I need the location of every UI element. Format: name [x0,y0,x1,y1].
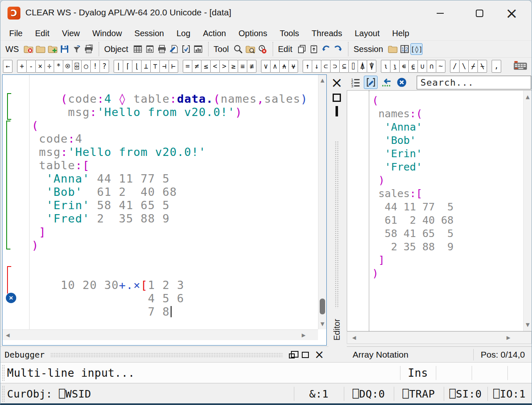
copy-ws-icon[interactable] [46,43,58,55]
apl-key[interactable]: , [492,60,501,73]
open-ws-icon[interactable] [34,43,46,55]
session-horizontal-scrollbar[interactable]: ◀ ▶ [2,329,318,340]
apl-key[interactable]: ⊤ [150,60,160,73]
scroll-up-icon[interactable]: ▲ [321,77,324,83]
menu-edit[interactable]: Edit [29,28,55,39]
apl-key[interactable]: ⌈ [123,60,132,73]
apl-key[interactable]: ← [3,60,12,73]
copy-icon[interactable] [296,43,308,55]
editor-content[interactable]: ( names:( 'Anna' 'Bob' 'Erin' 'Fred' ) s… [347,90,532,331]
apl-key[interactable]: * [54,60,63,73]
apl-key[interactable]: = [183,60,192,73]
apl-key[interactable]: ~ [436,60,445,73]
apl-key[interactable]: \ [459,60,469,73]
edit-numeric-icon[interactable] [168,43,180,55]
clear-history-icon[interactable] [256,43,268,55]
boxing-icon[interactable]: [◊] [410,43,423,55]
close-discard-icon[interactable] [395,76,408,89]
scroll-left-icon[interactable]: ◀ [6,332,10,338]
clear-ws-icon[interactable] [22,43,34,55]
load-log-icon[interactable] [386,43,398,55]
menu-help[interactable]: Help [386,28,415,39]
apl-key[interactable]: ⊣ [159,60,169,73]
apl-key[interactable]: ↑ [303,60,312,73]
editor-undock-icon[interactable] [333,94,341,102]
apl-key[interactable]: ≤ [201,60,211,73]
edit-text-icon[interactable] [180,43,192,55]
debugger-maximize-button[interactable] [299,349,311,361]
close-button[interactable]: × [503,6,520,20]
splitter-handle[interactable] [335,141,339,308]
apl-key[interactable]: ≢ [247,60,256,73]
apl-key[interactable]: | [114,60,123,73]
apl-key[interactable]: ! [90,60,100,73]
scroll-right-icon[interactable]: ▶ [507,335,510,341]
apl-key[interactable]: ⌿ [468,60,478,73]
chart-wizard-icon[interactable] [192,43,204,55]
maximize-button[interactable] [471,6,488,20]
menu-file[interactable]: File [3,28,29,39]
apl-key[interactable]: ⊢ [169,60,178,73]
menu-action[interactable]: Action [196,28,232,39]
apl-key[interactable]: ⊃ [330,60,340,73]
apl-key[interactable]: ⍟ [63,60,72,73]
workspace-explorer-icon[interactable] [244,43,256,55]
editor-horizontal-scrollbar[interactable]: ◀ ▶ [347,331,532,344]
session-vertical-scrollbar[interactable]: ▲ ▼ [318,75,326,329]
object-properties-icon[interactable] [144,43,156,55]
apl-key[interactable]: ⍀ [477,60,487,73]
scroll-down-icon[interactable]: ▼ [321,321,324,327]
keyboard-icon[interactable] [513,60,527,72]
scroll-right-icon[interactable]: ▶ [302,332,306,338]
editor-close-icon[interactable]: × [327,74,347,90]
menu-session[interactable]: Session [128,28,170,39]
apl-key[interactable]: / [450,60,460,73]
print-object-icon[interactable] [156,43,168,55]
array-notation-icon[interactable] [364,76,378,89]
search-input[interactable] [417,76,531,89]
search-icon[interactable] [232,43,244,55]
apl-key[interactable]: > [219,60,229,73]
apl-key[interactable]: ∪ [418,60,427,73]
minimize-button[interactable] [432,6,448,20]
apl-key[interactable]: ∩ [427,60,436,73]
menu-log[interactable]: Log [170,28,196,39]
print-ws-icon[interactable] [82,43,94,55]
fix-and-back-icon[interactable] [379,76,393,89]
apl-key[interactable]: ≠ [192,60,201,73]
apl-key[interactable]: ⍱ [288,60,298,73]
editor-vertical-scrollbar[interactable]: ▲ ▼ [523,91,532,331]
apl-key[interactable]: ⍲ [279,60,289,73]
debugger-restore-button[interactable] [286,349,298,361]
menu-view[interactable]: View [56,28,86,39]
scrollbar-thumb[interactable] [320,299,325,314]
apl-key[interactable]: + [17,60,27,73]
menu-layout[interactable]: Layout [348,28,386,39]
undo-icon[interactable] [320,43,332,55]
apl-key[interactable]: ∊ [399,60,409,73]
scroll-left-icon[interactable]: ◀ [352,335,356,341]
apl-key[interactable]: ⌷ [348,60,358,73]
drag-grip[interactable] [2,385,5,402]
apl-key[interactable]: ∨ [261,60,271,73]
apl-key[interactable]: × [35,60,45,73]
paste-icon[interactable] [308,43,320,55]
apl-key[interactable]: ⍷ [408,60,418,73]
apl-key[interactable]: ⌹ [72,60,82,73]
apl-key[interactable]: ⍒ [367,60,376,73]
menu-threads[interactable]: Threads [306,28,348,39]
toggle-line-numbers-icon[interactable]: 123 [348,76,362,89]
apl-key[interactable]: ⊥ [141,60,151,73]
save-ws-icon[interactable] [58,43,70,55]
session-pane[interactable]: (code:4 ◊ table:data.(names,sales) msg:'… [2,74,327,346]
edit-object-icon[interactable] [132,43,144,55]
drag-grip[interactable] [2,365,5,381]
apl-key[interactable]: ↓ [312,60,321,73]
scroll-up-icon[interactable]: ▲ [526,94,530,100]
apl-key[interactable]: ≥ [229,60,238,73]
redo-icon[interactable] [332,43,344,55]
apl-key[interactable]: ≡ [238,60,247,73]
apl-key[interactable]: ⊂ [321,60,331,73]
apl-key[interactable]: < [210,60,220,73]
apl-key[interactable]: ? [99,60,109,73]
